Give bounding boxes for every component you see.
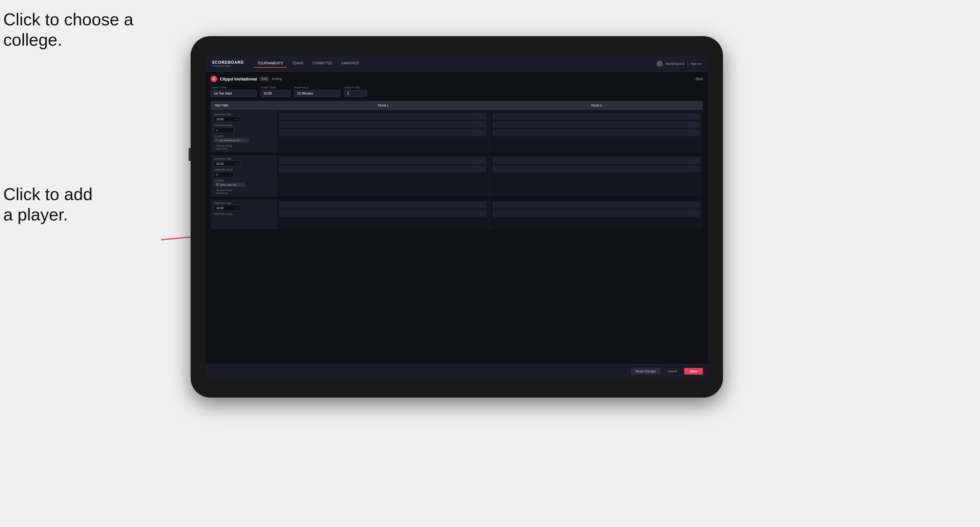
slot-close-icon-5-2[interactable]: × ⌄ xyxy=(479,212,484,215)
slot-close-icon-1-3[interactable]: × ⌄ xyxy=(479,132,484,134)
left-panel-3: STARTING TIME: 10:20 ⊙ STARTING HOLE: xyxy=(211,200,276,229)
slot-close-icon-6-2[interactable]: × ⌄ xyxy=(693,212,698,215)
slot-close-icon-2-2[interactable]: × ⌄ xyxy=(693,123,698,126)
team2-cell-3: × ⌄ × ⌄ xyxy=(490,200,703,229)
player-slot-1-3[interactable]: × ⌄ xyxy=(279,129,487,137)
navbar: SCOREBOARD Powered by clippd TOURNAMENTS… xyxy=(205,56,708,71)
starting-hole-select-2[interactable]: 1 ⌄ xyxy=(214,171,234,178)
left-panel-2: STARTING TIME: 10:10 ⊙ STARTING HOLE: 1 … xyxy=(211,155,276,197)
team1-cell-1: × ⌄ × ⌄ × ⌄ xyxy=(276,111,490,152)
config-row: Start Type 1st Tee Start Start Time Inte… xyxy=(211,86,703,97)
slot-close-icon-6-1[interactable]: × ⌄ xyxy=(693,204,698,207)
start-time-input[interactable] xyxy=(261,90,290,97)
remove-group-btn-1[interactable]: ○ Remove Group xyxy=(214,144,273,147)
nav-tournaments[interactable]: TOURNAMENTS xyxy=(254,59,287,68)
course-tag-1[interactable]: ⊙ (A) Peachtree GC × ⌄ xyxy=(214,138,249,143)
player-slot-6-2[interactable]: × ⌄ xyxy=(492,210,700,217)
sub-header-left: C Clippd Invitational Men Hosting xyxy=(211,76,282,82)
start-time-field: Start Time xyxy=(261,86,290,97)
sub-header: C Clippd Invitational Men Hosting ‹ Back xyxy=(211,76,703,82)
start-type-field: Start Type 1st Tee Start xyxy=(211,86,257,97)
schedule-row-2: STARTING TIME: 10:10 ⊙ STARTING HOLE: 1 … xyxy=(211,155,703,197)
player-slot-1-1[interactable]: × ⌄ xyxy=(279,113,487,120)
add-group-btn-1[interactable]: + Add Group xyxy=(214,148,273,150)
table-header: Tee Time Team 1 Team 2 xyxy=(211,101,703,110)
tournament-gender: Men xyxy=(259,76,269,81)
player-slot-1-2[interactable]: × ⌄ xyxy=(279,121,487,128)
slot-close-icon-3-1[interactable]: × ⌄ xyxy=(479,159,484,162)
starting-hole-label-3: STARTING HOLE: xyxy=(214,213,273,215)
side-button[interactable] xyxy=(189,148,191,161)
left-panel-1: STARTING TIME: 10:00 ⊙ STARTING HOLE: 1 … xyxy=(211,111,276,152)
start-time-label: Start Time xyxy=(261,86,290,89)
player-slot-2-2[interactable]: × ⌄ xyxy=(492,121,700,128)
starting-time-input-1[interactable]: 10:00 ⊙ xyxy=(214,116,240,122)
slot-close-icon-4-2[interactable]: × ⌄ xyxy=(693,168,698,170)
player-slot-2-3[interactable]: × ⌄ xyxy=(492,129,700,137)
slot-close-icon-2-3[interactable]: × ⌄ xyxy=(693,132,698,134)
player-slot-5-1[interactable]: × ⌄ xyxy=(279,202,487,209)
starting-hole-select-1[interactable]: 1 ⌄ xyxy=(214,127,234,133)
annotation-college: Click to choose a college. xyxy=(3,9,134,50)
intervals-field: Intervals 10 Minutes xyxy=(294,86,340,97)
player-slot-3-2[interactable]: × ⌄ xyxy=(279,165,487,173)
course-tag-2[interactable]: 🌿 East Lake GC × ⌄ xyxy=(214,183,245,187)
back-button[interactable]: ‹ Back xyxy=(694,77,703,81)
hosting-badge: Hosting xyxy=(272,77,282,81)
starting-hole-label-1: STARTING HOLE: xyxy=(214,124,273,127)
player-slot-5-2[interactable]: × ⌄ xyxy=(279,210,487,217)
player-slot-3-1[interactable]: × ⌄ xyxy=(279,157,487,164)
course-label-2: COURSE: xyxy=(214,179,273,182)
starting-time-input-3[interactable]: 10:20 ⊙ xyxy=(214,205,240,211)
tournament-name: Clippd Invitational xyxy=(220,76,257,81)
starting-time-label-3: STARTING TIME: xyxy=(214,202,273,204)
annotation-player: Click to add a player. xyxy=(3,184,93,225)
content-area: C Clippd Invitational Men Hosting ‹ Back… xyxy=(205,71,708,364)
group-size-select[interactable]: 3 xyxy=(344,90,367,97)
group-actions-2: ○ Remove Group + Add Group xyxy=(214,189,273,194)
user-email: blair@clippd.io xyxy=(665,62,684,65)
save-button[interactable]: Save xyxy=(684,368,703,375)
navbar-links: TOURNAMENTS TEAMS COMMITTEE RANKINGS xyxy=(254,59,657,68)
starting-hole-label-2: STARTING HOLE: xyxy=(214,168,273,171)
group-actions-1: ○ Remove Group + Add Group xyxy=(214,144,273,150)
nav-committee[interactable]: COMMITTEE xyxy=(309,59,336,68)
player-slot-4-2[interactable]: × ⌄ xyxy=(492,165,700,173)
schedule-row-3: STARTING TIME: 10:20 ⊙ STARTING HOLE: × … xyxy=(211,200,703,229)
team1-cell-3: × ⌄ × ⌄ xyxy=(276,200,490,229)
brand-powered: Powered by clippd xyxy=(212,65,244,67)
brand-title: SCOREBOARD xyxy=(212,60,244,65)
slot-close-icon-4-1[interactable]: × ⌄ xyxy=(693,159,698,162)
start-type-select[interactable]: 1st Tee Start xyxy=(211,90,257,97)
add-group-btn-2[interactable]: + Add Group xyxy=(214,192,273,194)
reset-changes-button[interactable]: Reset Changes xyxy=(631,368,660,375)
tablet-screen: SCOREBOARD Powered by clippd TOURNAMENTS… xyxy=(205,56,708,378)
nav-teams[interactable]: TEAMS xyxy=(288,59,307,68)
user-avatar xyxy=(657,61,663,67)
schedule-row-1: STARTING TIME: 10:00 ⊙ STARTING HOLE: 1 … xyxy=(211,111,703,152)
player-slot-2-1[interactable]: × ⌄ xyxy=(492,113,700,120)
cancel-button[interactable]: Cancel xyxy=(663,368,682,375)
nav-rankings[interactable]: RANKINGS xyxy=(337,59,363,68)
slot-close-icon-1-1[interactable]: × ⌄ xyxy=(479,115,484,118)
slot-close-icon-1-2[interactable]: × ⌄ xyxy=(479,123,484,126)
remove-group-btn-2[interactable]: ○ Remove Group xyxy=(214,189,273,191)
starting-time-input-2[interactable]: 10:10 ⊙ xyxy=(214,161,240,167)
player-slot-6-1[interactable]: × ⌄ xyxy=(492,202,700,209)
slot-close-icon-5-1[interactable]: × ⌄ xyxy=(479,204,484,207)
course-label-1: COURSE: xyxy=(214,135,273,137)
starting-time-label-2: STARTING TIME: xyxy=(214,158,273,160)
navbar-user: blair@clippd.io | Sign out xyxy=(657,61,702,67)
slot-close-icon-2-1[interactable]: × ⌄ xyxy=(693,115,698,118)
app-footer: Reset Changes Cancel Save xyxy=(205,364,708,378)
slot-close-icon-3-2[interactable]: × ⌄ xyxy=(479,168,484,170)
intervals-label: Intervals xyxy=(294,86,340,89)
intervals-select[interactable]: 10 Minutes xyxy=(294,90,340,97)
th-tee-time: Tee Time xyxy=(211,104,276,107)
player-slot-4-1[interactable]: × ⌄ xyxy=(492,157,700,164)
course-remove-1[interactable]: × xyxy=(242,139,243,142)
team2-cell-2: × ⌄ × ⌄ xyxy=(490,155,703,197)
sign-out-link[interactable]: Sign out xyxy=(691,62,702,65)
course-remove-2[interactable]: × xyxy=(238,183,240,186)
team1-cell-2: × ⌄ × ⌄ xyxy=(276,155,490,197)
